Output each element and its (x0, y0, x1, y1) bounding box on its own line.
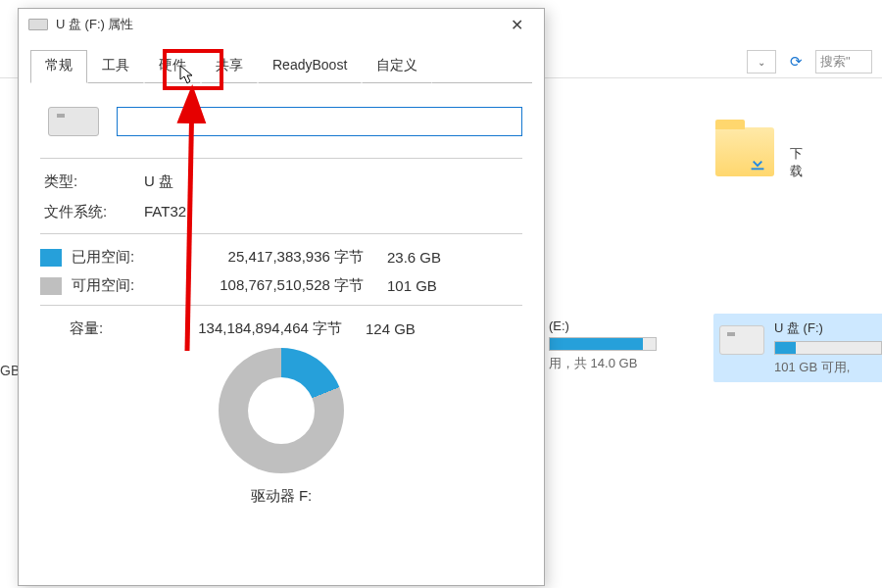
disk-icon (48, 107, 99, 136)
svg-rect-0 (752, 168, 764, 170)
free-bytes: 108,767,510,528 字节 (181, 276, 387, 295)
usage-donut-chart (219, 348, 344, 473)
drive-e-usage-bar (549, 337, 657, 351)
free-human: 101 GB (387, 277, 466, 294)
capacity-label: 容量: (40, 319, 181, 338)
divider (40, 305, 522, 306)
downloads-folder[interactable]: 下载 (715, 127, 774, 180)
divider (40, 158, 522, 159)
search-input[interactable]: 搜索" (815, 50, 872, 74)
tab-tools[interactable]: 工具 (87, 50, 144, 83)
free-label: 可用空间: (72, 276, 181, 295)
cursor-icon (179, 65, 195, 88)
tab-filler (432, 50, 532, 83)
drive-f-free-text: 101 GB 可用, (774, 359, 882, 376)
capacity-bytes: 134,184,894,464 字节 (181, 319, 366, 338)
usb-drive-icon (719, 325, 764, 355)
tab-readyboost[interactable]: ReadyBoost (258, 50, 362, 83)
used-bytes: 25,417,383,936 字节 (181, 248, 387, 267)
dialog-title: U 盘 (F:) 属性 (56, 16, 495, 33)
fs-value: FAT32 (144, 203, 186, 221)
volume-name-input[interactable] (117, 107, 522, 136)
folder-download-icon (715, 127, 774, 176)
refresh-icon[interactable]: ⟳ (782, 50, 809, 74)
tab-sharing[interactable]: 共享 (201, 50, 258, 83)
drive-e-name: (E:) (549, 318, 657, 333)
drive-e-item[interactable]: (E:) 用，共 14.0 GB (549, 318, 657, 372)
drive-f-usage-bar (774, 341, 882, 355)
close-button[interactable]: ✕ (495, 10, 538, 39)
general-panel: 类型:U 盘 文件系统:FAT32 已用空间: 25,417,383,936 字… (19, 83, 544, 521)
type-value: U 盘 (144, 172, 173, 191)
properties-dialog: U 盘 (F:) 属性 ✕ 常规 工具 硬件 共享 ReadyBoost 自定义… (18, 8, 545, 586)
fs-label: 文件系统: (44, 203, 144, 221)
drive-e-free-text: 用，共 14.0 GB (549, 355, 657, 372)
tab-general[interactable]: 常规 (30, 50, 87, 83)
tab-strip: 常规 工具 硬件 共享 ReadyBoost 自定义 (19, 40, 544, 83)
used-human: 23.6 GB (387, 249, 466, 266)
tab-custom[interactable]: 自定义 (362, 50, 432, 83)
free-swatch (40, 277, 62, 295)
drive-small-icon (28, 19, 48, 30)
capacity-human: 124 GB (366, 320, 444, 337)
dialog-titlebar[interactable]: U 盘 (F:) 属性 ✕ (19, 9, 544, 40)
drive-letter-label: 驱动器 F: (251, 487, 313, 506)
drive-f-name: U 盘 (F:) (774, 319, 882, 337)
downloads-label: 下载 (790, 145, 803, 180)
drive-f-item[interactable]: U 盘 (F:) 101 GB 可用, (713, 314, 882, 382)
type-label: 类型: (44, 172, 144, 191)
used-swatch (40, 249, 62, 267)
used-label: 已用空间: (72, 248, 181, 267)
address-dropdown[interactable]: ⌄ (747, 50, 776, 74)
divider (40, 233, 522, 234)
